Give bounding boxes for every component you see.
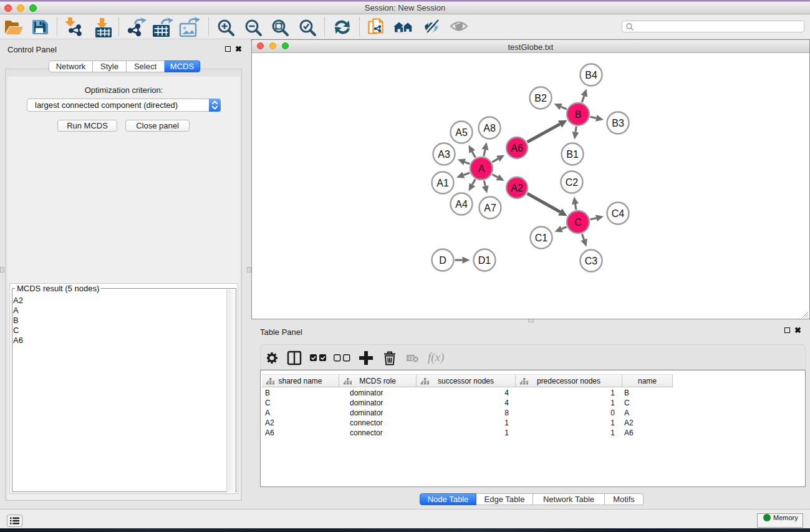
svg-text:C3: C3 [585,256,598,266]
svg-text:A1: A1 [436,178,449,188]
svg-text:A8: A8 [483,123,496,133]
svg-text:f(x): f(x) [428,351,444,364]
svg-text:B3: B3 [612,118,624,128]
svg-text:A4: A4 [455,199,468,210]
svg-text:C4: C4 [612,208,625,219]
svg-text:A6: A6 [511,143,523,153]
svg-text:C2: C2 [566,177,579,188]
svg-text:D: D [439,255,446,266]
svg-text:A: A [478,163,485,174]
svg-text:A7: A7 [484,203,496,213]
svg-text:B1: B1 [566,149,579,160]
svg-text:A2: A2 [511,183,523,193]
svg-text:B4: B4 [585,70,597,80]
svg-text:B: B [575,109,582,120]
svg-text:B2: B2 [534,93,547,104]
svg-text:D1: D1 [478,255,491,266]
svg-text:A3: A3 [438,149,450,160]
svg-text:A5: A5 [455,127,468,138]
svg-text:C: C [574,217,582,228]
svg-text:C1: C1 [535,233,548,243]
